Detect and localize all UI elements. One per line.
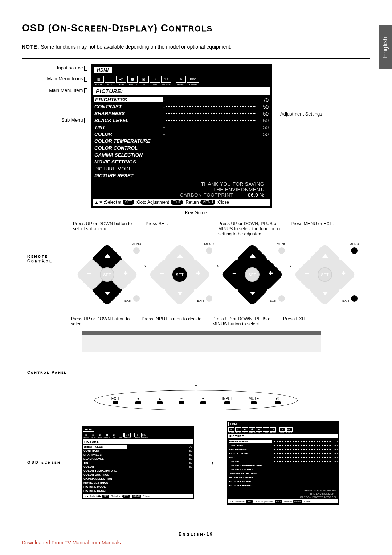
osd-slider: - +: [272, 460, 331, 463]
label-input-source: Input source: [57, 65, 83, 70]
panel-button: ▲: [157, 397, 163, 404]
keyguide-pill: EXIT: [275, 500, 282, 503]
exit-button: [133, 295, 140, 302]
osd-item-label: TINT: [83, 461, 127, 465]
osd-item-row: BLACK LEVEL- +50: [83, 457, 192, 461]
osd-item-row: GAMMA SELECTION: [83, 477, 192, 481]
set-button: SET: [318, 267, 332, 282]
control-panel-step-caption: Press EXIT: [283, 316, 354, 327]
osd-keyguide: ▲▼:Select⊕SET:Goto AdjustmentEXIT:Return…: [93, 199, 270, 206]
osd-item-label: SHARPNESS: [83, 453, 127, 457]
osd-items: BRIGHTNESS- +70CONTRAST- +50SHARPNESS- +…: [91, 96, 271, 181]
osd-value: 50: [331, 444, 338, 447]
set-button: SET: [245, 267, 260, 282]
menu-icon: ▭ADJUST: [235, 427, 241, 432]
osd-slider: - +: [127, 457, 186, 461]
osd-value: 50: [186, 457, 192, 461]
osd-item-label: COLOR TEMPERATURE: [94, 138, 163, 144]
osd-item-row: PICTURE RESET: [229, 483, 338, 487]
osd-value: 50: [331, 452, 338, 455]
keyguide-text: ⊕: [118, 200, 121, 205]
up-arrow-icon: [105, 254, 110, 258]
exit-label: EXIT: [197, 299, 204, 303]
label-main-menu-icons: Main Menu Icons: [47, 76, 83, 81]
osd-slider: - +: [127, 461, 186, 465]
panel-button: ⏻: [275, 397, 281, 404]
minus-icon: −: [160, 269, 164, 278]
osd-item-label: COLOR CONTROL: [83, 473, 127, 477]
osd-item-label: PICTURE RESET: [229, 484, 272, 487]
keyguide-text: ▲▼: [84, 495, 89, 498]
menu-icon: 🕘SCHEDULE: [127, 76, 138, 83]
osd-item-label: PICTURE MODE: [83, 485, 127, 489]
menu-button: [133, 247, 140, 254]
exit-label: EXIT: [342, 299, 350, 303]
menu-icon: ▭ADJUST: [90, 433, 96, 437]
osd-value: 70: [186, 445, 192, 449]
keyguide-text: :Return: [283, 500, 292, 503]
menu-label: MENU: [132, 242, 142, 246]
osd-item-row: TINT- +50: [83, 461, 192, 465]
osd-item-row: COLOR- +50: [94, 131, 269, 138]
osd-value: 50: [186, 465, 192, 469]
osd-item-label: PICTURE MODE: [229, 480, 272, 483]
osd-item-row: COLOR CONTROL: [229, 467, 338, 471]
menu-icon: ⊕PROTECT: [279, 427, 286, 432]
control-panel-step-caption: Press UP or DOWN button to select.: [71, 316, 142, 327]
osd-item-label: GAMMA SELECTION: [94, 152, 163, 158]
osd-item-label: COLOR: [83, 465, 127, 469]
label-main-menu-item: Main Menu Item: [49, 88, 83, 93]
menu-icon: ⊕PROTECT: [134, 433, 140, 437]
menu-icon: 🕘SCHEDULE: [104, 433, 110, 437]
content-frame: Input source Main Menu Icons Main Menu I…: [22, 58, 370, 510]
download-source-link[interactable]: Downloaded From TV-Manual.com Manuals: [22, 540, 121, 546]
bracket-icon: [84, 66, 87, 71]
osd-slider: - +: [272, 448, 331, 451]
keyguide-text: ◀▶: [97, 495, 101, 498]
osd-value: 50: [186, 449, 192, 453]
menu-icon: ▭ADJUST: [105, 76, 115, 83]
down-arrow-icon: [322, 292, 328, 295]
osd-item-label: GAMMA SELECTION: [83, 477, 127, 481]
plus-icon: +: [341, 269, 346, 278]
bracket-icon: [84, 88, 87, 93]
osd-item-row: CONTRAST- +50: [94, 103, 269, 110]
keyguide-text: :Close: [217, 200, 229, 205]
label-key-guide: Key Guide: [27, 210, 365, 215]
up-arrow-icon: [322, 254, 328, 258]
down-arrow-icon: [177, 292, 183, 295]
osd-slider: - +: [163, 104, 256, 109]
osd-item-row: BRIGHTNESS- +70: [83, 445, 192, 449]
menu-label: MENU: [277, 242, 287, 246]
osd-item-row: BLACK LEVEL- +50: [229, 451, 338, 455]
osd-slider: - +: [163, 111, 256, 116]
osd-item-label: COLOR: [94, 131, 163, 137]
panel-button: INPUT: [222, 397, 233, 404]
language-tab: English: [379, 25, 392, 69]
osd-value: 50: [256, 111, 269, 117]
menu-icon: ▦PICTURE: [228, 427, 234, 432]
osd-item-label: BRIGHTNESS: [229, 440, 272, 443]
note-line: NOTE: Some functions may not be availabl…: [22, 44, 370, 50]
osd-slider: - +: [163, 132, 256, 137]
osd-main-icons: ▦PICTURE▭ADJUST◀))AUDIO🕘SCHEDULE▣PIPℹOSD…: [91, 75, 271, 84]
osd-item-row: MOVIE SETTINGS: [94, 158, 269, 165]
osd-item-label: BLACK LEVEL: [229, 452, 272, 455]
osd-small-after: HDMI▦PICTURE▭ADJUST◀))AUDIO🕘SCHEDULE▣PIP…: [227, 421, 339, 505]
remote-dpad: − + SET: [225, 247, 279, 302]
osd-slider: - +: [272, 444, 331, 447]
osd-item-row: PICTURE RESET: [83, 489, 192, 493]
menu-icon: ▦PICTURE: [83, 433, 89, 437]
arrow-down-icon: ↓: [27, 376, 365, 389]
osd-item-label: COLOR CONTROL: [229, 468, 272, 471]
label-osd-screen: OSD sᴄʀᴇᴇɴ: [27, 460, 71, 465]
exit-label: EXIT: [270, 299, 277, 303]
panel-button: −: [179, 397, 184, 404]
remote-step: Press UP or DOWN, PLUS or MINUS to selec…: [216, 221, 289, 302]
osd-slider: - +: [163, 118, 256, 123]
note-label: NOTE:: [22, 44, 40, 50]
osd-section-title: PICTURE:: [228, 434, 338, 438]
remote-dpad: − + SET: [152, 247, 207, 302]
keyguide-text: :Select: [89, 495, 97, 498]
osd-item-row: GAMMA SELECTION: [94, 151, 269, 158]
